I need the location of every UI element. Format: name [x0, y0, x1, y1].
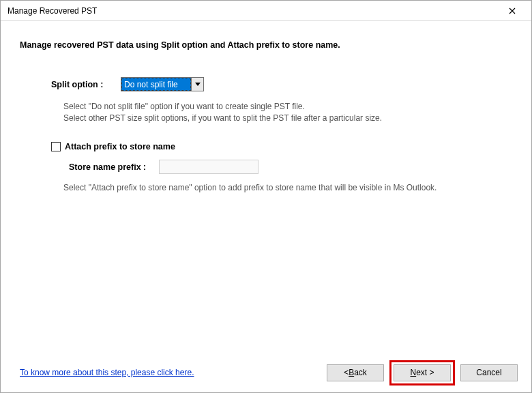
split-help-line1: Select "Do not split file" option if you…: [63, 101, 489, 113]
dropdown-button[interactable]: [191, 78, 203, 91]
next-highlight: Next >: [389, 360, 455, 385]
content-area: Manage recovered PST data using Split op…: [1, 21, 531, 353]
split-help-line2: Select other PST size split options, if …: [63, 113, 489, 124]
split-row: Split option : Do not split file: [51, 77, 489, 91]
prefix-check-label: Attach prefix to store name: [65, 142, 175, 151]
footer: To know more about this step, please cli…: [1, 353, 531, 392]
close-icon: [509, 8, 516, 14]
prefix-input-row: Store name prefix :: [69, 160, 489, 174]
prefix-help-text: Select "Attach prefix to store name" opt…: [63, 182, 489, 194]
help-link[interactable]: To know more about this step, please cli…: [20, 368, 321, 377]
dialog-window: Manage Recovered PST Manage recovered PS…: [0, 0, 532, 393]
cancel-button[interactable]: Cancel: [460, 364, 518, 381]
split-selected-value: Do not split file: [121, 78, 191, 91]
chevron-down-icon: [195, 83, 201, 87]
prefix-checkbox[interactable]: [51, 142, 61, 151]
prefix-input[interactable]: [159, 160, 258, 174]
prefix-input-label: Store name prefix :: [69, 162, 159, 172]
split-section: Split option : Do not split file Select …: [51, 77, 489, 194]
split-dropdown[interactable]: Do not split file: [121, 77, 204, 91]
close-button[interactable]: [499, 1, 526, 20]
split-help-text: Select "Do not split file" option if you…: [63, 101, 489, 124]
prefix-check-row: Attach prefix to store name: [51, 142, 489, 151]
page-heading: Manage recovered PST data using Split op…: [20, 40, 516, 50]
window-title: Manage Recovered PST: [8, 6, 499, 16]
titlebar: Manage Recovered PST: [1, 1, 531, 21]
split-label: Split option :: [51, 80, 121, 89]
next-button[interactable]: Next >: [394, 364, 451, 381]
back-button[interactable]: < Back: [327, 364, 384, 381]
